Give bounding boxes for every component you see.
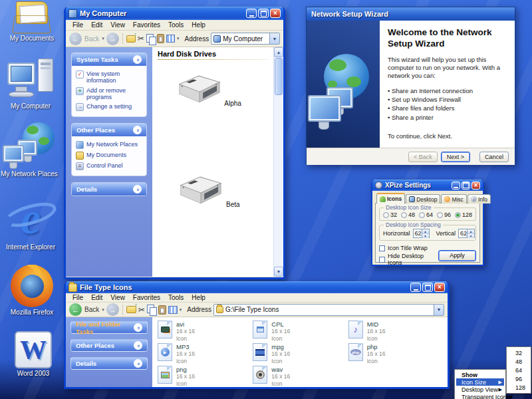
- icon-title-wrap-checkbox[interactable]: Icon Title Wrap: [379, 245, 438, 251]
- radio-size-128[interactable]: 128: [455, 211, 472, 218]
- up-folder-button[interactable]: [126, 35, 136, 43]
- menu-file[interactable]: File: [68, 21, 87, 29]
- address-combo[interactable]: My Computer ▼: [211, 33, 280, 45]
- file-item-php[interactable]: php php16 x 16Icon: [348, 343, 442, 366]
- up-folder-button[interactable]: [126, 306, 136, 313]
- file-item-mid[interactable]: ♪ MID16 x 16Icon: [348, 321, 442, 343]
- tab-desktop[interactable]: Desktop: [406, 194, 440, 203]
- tab-icons[interactable]: Icons: [376, 193, 405, 203]
- menu-help[interactable]: Help: [188, 294, 209, 301]
- forward-button[interactable]: →: [106, 33, 119, 45]
- submenu-item-96[interactable]: 96: [508, 374, 529, 383]
- menu-view[interactable]: View: [106, 294, 129, 301]
- views-button[interactable]: [166, 35, 175, 43]
- titlebar[interactable]: File Type Icons ×: [66, 281, 448, 293]
- minimize-button[interactable]: [410, 283, 421, 292]
- menu-edit[interactable]: Edit: [87, 294, 106, 301]
- file-item-cpl[interactable]: CPL16 x 16Icon: [253, 321, 346, 343]
- desktop-icon-internet-explorer[interactable]: e Internet Explorer: [1, 194, 60, 251]
- chevron-up-icon[interactable]: »: [133, 126, 142, 134]
- back-button[interactable]: ←: [69, 303, 82, 316]
- minimize-button[interactable]: [246, 9, 257, 18]
- menu-item-icon-size[interactable]: Icon Size▶: [456, 378, 504, 386]
- vertical-scrollbar[interactable]: ▲ ▼: [273, 47, 283, 277]
- cut-button[interactable]: ✂: [138, 306, 145, 314]
- combo-arrow-icon[interactable]: ▼: [434, 305, 444, 315]
- submenu-item-64[interactable]: 64: [508, 366, 529, 374]
- address-combo[interactable]: G:\File Type Icons ▼: [213, 304, 444, 316]
- drive-alpha[interactable]: Alpha: [172, 74, 245, 107]
- spin-down-icon[interactable]: ▼: [467, 234, 474, 238]
- close-button[interactable]: ×: [270, 9, 281, 18]
- chevron-down-icon[interactable]: »: [134, 323, 142, 332]
- titlebar[interactable]: Network Setup Wizard: [307, 7, 515, 21]
- file-item-mp3[interactable]: ▶ MP316 x 16Icon: [158, 343, 251, 366]
- details-header[interactable]: Details »: [72, 183, 146, 196]
- back-dropdown-icon[interactable]: ▾: [102, 36, 104, 41]
- menu-item-desktop-view[interactable]: Desktop View▶: [456, 386, 504, 393]
- scroll-down-icon[interactable]: ▼: [274, 267, 283, 277]
- place-control-panel[interactable]: ≡Control Panel: [74, 161, 144, 172]
- system-tasks-header[interactable]: System Tasks »: [72, 53, 146, 66]
- menu-view[interactable]: View: [106, 21, 129, 29]
- details-header[interactable]: Details »: [70, 357, 148, 370]
- maximize-button[interactable]: [462, 182, 470, 190]
- task-add-remove-programs[interactable]: +Add or remove programs: [74, 86, 144, 102]
- chevron-down-icon[interactable]: »: [133, 185, 142, 194]
- file-and-folder-tasks-header[interactable]: File and Folder Tasks »: [70, 321, 148, 334]
- hide-desktop-icons-checkbox[interactable]: Hide Desktop Icons: [379, 253, 438, 266]
- spin-up-icon[interactable]: ▲: [422, 229, 429, 234]
- views-dropdown-icon[interactable]: ▾: [177, 36, 180, 41]
- spin-up-icon[interactable]: ▲: [467, 229, 474, 234]
- maximize-button[interactable]: [422, 283, 433, 292]
- titlebar[interactable]: My Computer ×: [66, 7, 283, 20]
- cancel-button[interactable]: Cancel: [479, 152, 509, 162]
- back-dropdown-icon[interactable]: ▾: [102, 307, 104, 313]
- desktop-icon-word-2003[interactable]: W Word 2003: [4, 331, 63, 377]
- other-places-header[interactable]: Other Places »: [72, 124, 146, 136]
- chevron-up-icon[interactable]: »: [133, 55, 142, 64]
- paste-button[interactable]: [157, 34, 164, 43]
- scroll-up-icon[interactable]: ▲: [274, 47, 283, 57]
- menu-help[interactable]: Help: [188, 21, 209, 29]
- tab-info[interactable]: iInfo: [467, 194, 491, 203]
- desktop-icon-my-documents[interactable]: My Documents: [3, 1, 61, 42]
- close-button[interactable]: ×: [471, 182, 480, 190]
- menu-tools[interactable]: Tools: [164, 294, 188, 301]
- file-item-wav[interactable]: wav16 x 16Icon: [253, 366, 346, 388]
- file-item-avi[interactable]: avi16 x 16Icon: [158, 321, 251, 343]
- maximize-button[interactable]: [258, 9, 269, 18]
- menu-edit[interactable]: Edit: [87, 21, 106, 29]
- desktop-icon-my-network-places[interactable]: My Network Places: [0, 122, 59, 178]
- next-button[interactable]: Next >: [441, 152, 470, 162]
- menu-item-transparent-icons[interactable]: Transparent Icons▶: [456, 393, 504, 399]
- menu-favorites[interactable]: Favorites: [129, 21, 164, 29]
- back-button[interactable]: ←: [69, 33, 82, 45]
- tab-misc[interactable]: Misc: [441, 194, 466, 203]
- task-view-system-information[interactable]: ✓View system information: [74, 69, 144, 86]
- desktop-icon-my-computer[interactable]: My Computer: [1, 59, 60, 110]
- copy-button[interactable]: [146, 34, 155, 44]
- views-dropdown-icon[interactable]: ▾: [180, 307, 182, 313]
- submenu-item-128[interactable]: 128: [508, 383, 529, 392]
- task-change-a-setting[interactable]: →Change a setting: [74, 102, 144, 112]
- radio-size-32[interactable]: 32: [383, 211, 397, 218]
- menu-favorites[interactable]: Favorites: [129, 294, 164, 301]
- drive-beta[interactable]: Beta: [172, 175, 245, 208]
- chevron-down-icon[interactable]: »: [134, 359, 142, 368]
- submenu-item-32[interactable]: 32: [508, 348, 529, 357]
- views-button[interactable]: [168, 306, 178, 314]
- place-my-network-places[interactable]: My Network Places: [74, 140, 144, 150]
- cut-button[interactable]: ✂: [138, 35, 144, 43]
- radio-size-48[interactable]: 48: [401, 211, 415, 218]
- forward-button[interactable]: →: [106, 303, 119, 316]
- minimize-button[interactable]: [452, 182, 460, 190]
- file-item-mpg[interactable]: mpg16 x 16Icon: [253, 343, 346, 366]
- menu-item-show[interactable]: Show: [456, 371, 504, 378]
- back-button[interactable]: < Back: [408, 152, 438, 162]
- radio-size-96[interactable]: 96: [437, 211, 451, 218]
- radio-size-64[interactable]: 64: [419, 211, 433, 218]
- place-my-documents[interactable]: My Documents: [74, 150, 144, 161]
- paste-button[interactable]: [158, 305, 166, 315]
- combo-arrow-icon[interactable]: ▼: [269, 33, 279, 44]
